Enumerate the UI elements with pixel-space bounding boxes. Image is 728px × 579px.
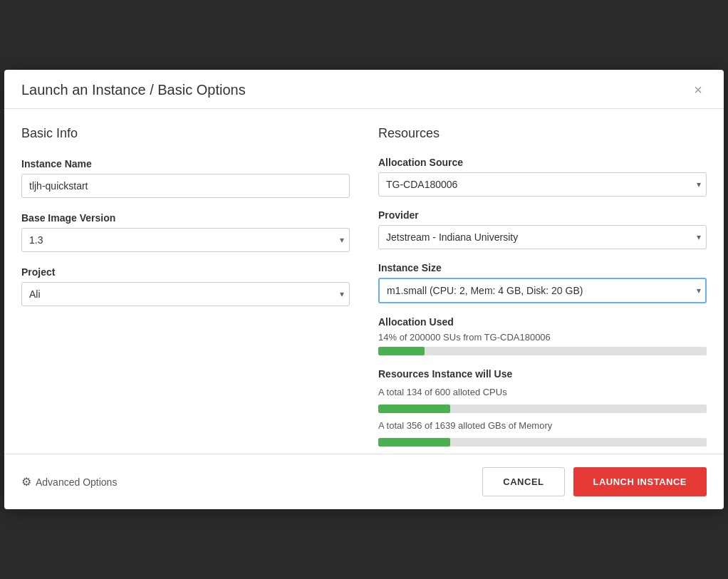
provider-select[interactable]: Jetstream - Indiana University (378, 225, 707, 249)
footer-buttons: CANCEL LAUNCH INSTANCE (482, 467, 707, 496)
resources-instance-section: Resources Instance will Use A total 134 … (378, 368, 707, 447)
cancel-button[interactable]: CANCEL (482, 467, 564, 496)
advanced-options-button[interactable]: ⚙ Advanced Options (21, 472, 117, 491)
provider-group: Provider Jetstream - Indiana University … (378, 209, 707, 249)
allocation-source-label: Allocation Source (378, 157, 707, 168)
modal-footer: ⚙ Advanced Options CANCEL LAUNCH INSTANC… (4, 454, 724, 509)
provider-wrapper: Jetstream - Indiana University ▾ (378, 225, 707, 249)
instance-size-group: Instance Size m1.small (CPU: 2, Mem: 4 G… (378, 262, 707, 303)
instance-name-input[interactable] (21, 174, 350, 198)
project-select[interactable]: Ali (21, 282, 350, 306)
allocation-source-select[interactable]: TG-CDA180006 (378, 172, 707, 197)
base-image-version-group: Base Image Version 1.3 ▾ (21, 212, 350, 252)
project-label: Project (21, 266, 350, 278)
allocation-source-group: Allocation Source TG-CDA180006 ▾ (378, 157, 707, 197)
gear-icon: ⚙ (21, 475, 31, 489)
instance-name-label: Instance Name (21, 158, 350, 169)
instance-size-wrapper: m1.small (CPU: 2, Mem: 4 GB, Disk: 20 GB… (378, 278, 707, 303)
modal-title: Launch an Instance / Basic Options (21, 82, 246, 98)
basic-info-title: Basic Info (21, 126, 350, 141)
project-group: Project Ali ▾ (21, 266, 350, 306)
resources-instance-title: Resources Instance will Use (378, 368, 707, 380)
allocation-source-wrapper: TG-CDA180006 ▾ (378, 172, 707, 197)
allocation-used-progress-fill (378, 347, 425, 355)
allocation-used-section: Allocation Used 14% of 200000 SUs from T… (378, 316, 707, 355)
launch-instance-button[interactable]: LAUNCH INSTANCE (573, 467, 707, 496)
right-panel: Resources Allocation Source TG-CDA180006… (378, 126, 707, 447)
cpu-text: A total 134 of 600 alloted CPUs (378, 387, 707, 397)
modal: Launch an Instance / Basic Options × Bas… (4, 70, 724, 509)
project-wrapper: Ali ▾ (21, 282, 350, 306)
cpu-progress-bg (378, 405, 707, 413)
memory-progress-fill (378, 438, 450, 447)
cpu-progress-fill (378, 405, 450, 413)
provider-label: Provider (378, 209, 707, 221)
instance-name-group: Instance Name (21, 158, 350, 198)
modal-header: Launch an Instance / Basic Options × (4, 70, 724, 109)
instance-size-label: Instance Size (378, 262, 707, 273)
modal-body: Basic Info Instance Name Base Image Vers… (4, 109, 724, 447)
allocation-used-title: Allocation Used (378, 316, 707, 328)
memory-text: A total 356 of 1639 alloted GBs of Memor… (378, 420, 707, 431)
resources-title: Resources (378, 126, 707, 141)
left-panel: Basic Info Instance Name Base Image Vers… (21, 126, 350, 447)
allocation-used-text: 14% of 200000 SUs from TG-CDA180006 (378, 332, 707, 343)
base-image-version-label: Base Image Version (21, 212, 350, 224)
advanced-options-label: Advanced Options (36, 476, 117, 488)
memory-progress-bg (378, 438, 707, 447)
close-button[interactable]: × (690, 81, 707, 98)
instance-size-select[interactable]: m1.small (CPU: 2, Mem: 4 GB, Disk: 20 GB… (378, 278, 707, 303)
base-image-version-select[interactable]: 1.3 (21, 228, 350, 252)
modal-backdrop: Launch an Instance / Basic Options × Bas… (0, 0, 728, 579)
base-image-version-wrapper: 1.3 ▾ (21, 228, 350, 252)
allocation-used-progress-bg (378, 347, 707, 355)
